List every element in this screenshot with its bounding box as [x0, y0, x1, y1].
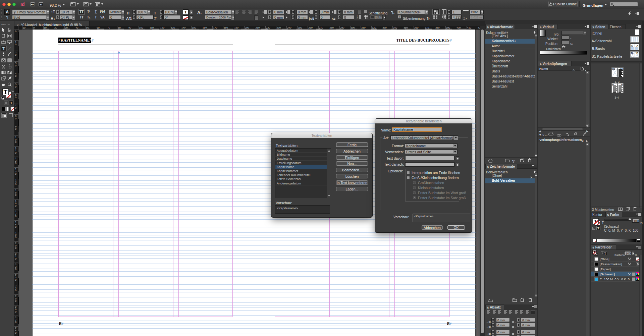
svg-text:T: T [2, 46, 5, 51]
